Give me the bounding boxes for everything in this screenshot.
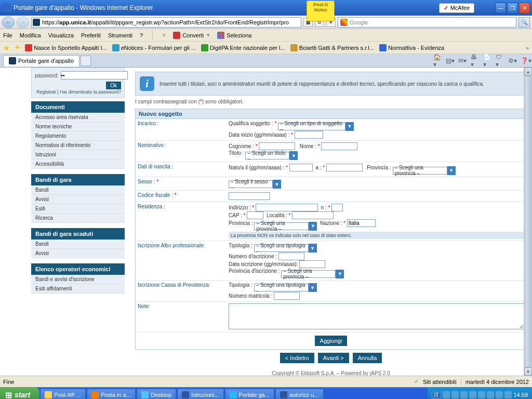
- vertical-scrollbar[interactable]: ▲ ▼: [524, 68, 532, 376]
- tray-icon[interactable]: [460, 391, 468, 398]
- sidebar-item[interactable]: Normativa di riferimento: [31, 141, 125, 150]
- civico-input[interactable]: [331, 204, 343, 211]
- login-links[interactable]: Registrati | Hai dimenticato la password…: [35, 89, 121, 95]
- num-iscrizione-input[interactable]: [278, 252, 304, 260]
- taskbar-item[interactable]: Desktop: [137, 389, 176, 399]
- menu-visualizza[interactable]: Visualizza: [48, 32, 74, 38]
- codice-fiscale-input[interactable]: [229, 192, 270, 200]
- menu-modifica[interactable]: Modifica: [20, 32, 41, 38]
- home-icon[interactable]: 🏠▾: [433, 57, 442, 65]
- scroll-up-icon[interactable]: ▲: [524, 68, 532, 76]
- nome-input[interactable]: [321, 142, 357, 150]
- scroll-thumb[interactable]: [525, 76, 531, 367]
- print-icon[interactable]: 🖶▾: [471, 57, 479, 65]
- titolo-select[interactable]: – Scegli un titolo –▼: [245, 151, 298, 160]
- sidebar-item[interactable]: Bandi: [31, 240, 125, 249]
- mail-icon[interactable]: ✉▾: [458, 57, 467, 65]
- menu-file[interactable]: File: [3, 32, 12, 38]
- sidebar-item[interactable]: Avvisi: [31, 195, 125, 204]
- tray-icon[interactable]: [487, 391, 494, 398]
- note-textarea[interactable]: [229, 303, 524, 329]
- favorites-star-icon[interactable]: ★: [3, 44, 10, 52]
- taskbar-item[interactable]: Posta in a...: [87, 389, 136, 399]
- search-button[interactable]: 🔍: [518, 17, 530, 28]
- sidebar-item[interactable]: Bandi e avvisi d'iscrizione: [31, 275, 125, 284]
- menu-strumenti[interactable]: Strumenti: [108, 32, 132, 38]
- indirizzo-input[interactable]: [256, 204, 318, 211]
- taskbar-item[interactable]: Portale ga...: [225, 389, 274, 399]
- minimize-button[interactable]: —: [495, 3, 506, 14]
- tray-icon[interactable]: [496, 391, 503, 398]
- bookmark-item[interactable]: DigitPA Ente nazionale per l...: [201, 44, 285, 51]
- sidebar-item[interactable]: Esiti: [31, 204, 125, 214]
- taskbar-item[interactable]: Istruzioni...: [177, 389, 223, 399]
- seleziona-button[interactable]: Seleziona: [217, 32, 251, 39]
- localita-input[interactable]: [292, 211, 334, 219]
- tipologia-cassa-select[interactable]: – Scegli una tipologia –▼: [254, 283, 317, 292]
- url-input[interactable]: https://app.unica.it/appalti/it/ppgare_r…: [31, 17, 301, 28]
- sidebar-item[interactable]: Norme tecniche: [31, 122, 125, 131]
- tray-icon[interactable]: [469, 391, 476, 398]
- feed-icon[interactable]: ▤▾: [446, 57, 454, 65]
- menu-help[interactable]: ?: [140, 32, 143, 38]
- sidebar-item[interactable]: Avvisi: [31, 249, 125, 258]
- nato-input[interactable]: [289, 164, 313, 171]
- converti-button[interactable]: Converti▾: [173, 32, 210, 39]
- indietro-button[interactable]: < Indietro: [280, 353, 314, 363]
- forward-button[interactable]: →: [17, 17, 29, 28]
- start-button[interactable]: start: [0, 387, 39, 399]
- avanti-button[interactable]: Avanti >: [318, 353, 349, 363]
- sidebar-item[interactable]: Ricerca: [31, 214, 125, 223]
- bookmark-item[interactable]: Bosetti Gatti & Partners s.r.l...: [290, 44, 374, 51]
- qualifica-select[interactable]: – Scegli un tipo di soggetto –▼: [278, 122, 354, 131]
- help-icon[interactable]: ❓▾: [521, 57, 529, 65]
- close-toolbar-icon[interactable]: ×: [162, 32, 166, 39]
- menu-preferiti[interactable]: Preferiti: [81, 32, 101, 38]
- sidebar-item[interactable]: Esiti affidamenti: [31, 284, 125, 294]
- cap-input[interactable]: [247, 211, 263, 219]
- browser-tab[interactable]: Portale gare d'appalto: [3, 55, 79, 66]
- back-button[interactable]: ←: [2, 17, 15, 28]
- postit-widget[interactable]: Post-it Notes: [307, 1, 335, 21]
- more-bookmarks-icon[interactable]: »: [526, 45, 529, 51]
- aggiungi-button[interactable]: Aggiungi: [315, 336, 348, 346]
- tray-icon[interactable]: [504, 391, 512, 398]
- add-favorite-icon[interactable]: ✚: [15, 44, 20, 51]
- num-matricola-input[interactable]: [274, 292, 300, 300]
- search-box[interactable]: Google: [338, 17, 516, 28]
- safety-icon[interactable]: 🛡▾: [496, 57, 504, 65]
- taskbar-item[interactable]: Post-it® ...: [40, 389, 86, 399]
- bookmark-item[interactable]: Normattiva - Evidenza: [379, 44, 444, 51]
- annulla-button[interactable]: Annulla: [353, 353, 382, 363]
- sesso-select[interactable]: – Scegli il sesso –▼: [229, 180, 281, 189]
- tray-icon[interactable]: [443, 391, 450, 398]
- sidebar-item[interactable]: Istruzioni: [31, 150, 125, 159]
- nazione-input[interactable]: [347, 219, 376, 227]
- data-inizio-input[interactable]: [295, 131, 323, 139]
- tipologia-albo-select[interactable]: – Scegli una tipologia –▼: [254, 244, 317, 252]
- tray-icon[interactable]: [478, 391, 485, 398]
- luogo-nascita-input[interactable]: [326, 164, 363, 171]
- bookmark-item[interactable]: Nasce lo Sportello Appalti I...: [25, 44, 107, 51]
- provincia-nascita-select[interactable]: – Scegli una provincia –▼: [393, 166, 456, 175]
- language-indicator[interactable]: IT: [432, 392, 442, 398]
- tray-icon[interactable]: [451, 391, 459, 398]
- page-icon[interactable]: 📄▾: [483, 57, 491, 65]
- close-button[interactable]: ✕: [519, 3, 530, 14]
- taskbar-item[interactable]: autorizz u...: [275, 389, 324, 399]
- sidebar-item[interactable]: Accesso area riservata: [31, 113, 125, 122]
- new-tab-button[interactable]: [81, 56, 91, 66]
- bookmark-item[interactable]: eNotices - Formulari per gli ...: [112, 44, 196, 51]
- maximize-button[interactable]: ❐: [507, 3, 518, 14]
- sidebar-item[interactable]: Regolamento: [31, 131, 125, 141]
- password-input[interactable]: [61, 71, 128, 79]
- provincia-res-select[interactable]: – Scegli una provincia –▼: [254, 222, 317, 231]
- data-iscrizione-input[interactable]: [299, 260, 325, 268]
- sidebar-item[interactable]: Accessibilità: [31, 159, 125, 169]
- cognome-input[interactable]: [259, 142, 295, 150]
- provincia-iscr-select[interactable]: – Scegli una provincia –▼: [281, 270, 344, 278]
- login-ok-button[interactable]: Ok: [106, 82, 121, 89]
- sidebar-item[interactable]: Bandi: [31, 185, 125, 195]
- scroll-down-icon[interactable]: ▼: [524, 367, 532, 376]
- tools-icon[interactable]: ⚙▾: [508, 57, 516, 65]
